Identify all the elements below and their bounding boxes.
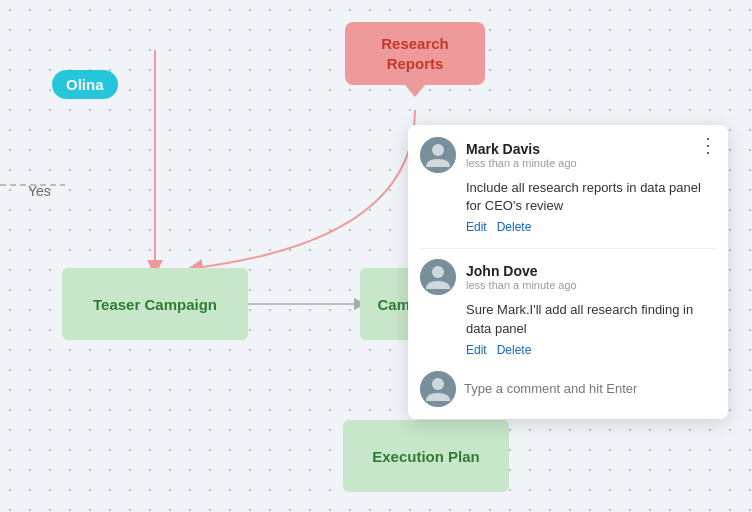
comment-menu-button[interactable]: ⋮ [698,135,718,155]
svg-point-6 [432,266,444,278]
avatar-current-user [420,371,456,407]
comment-author-1: Mark Davis [466,141,577,157]
execution-plan-node[interactable]: Execution Plan [343,420,509,492]
olina-label: Olina [66,76,104,93]
comment-panel: ⋮ Mark Davis less than a minute ago Incl… [408,125,728,419]
comment-text-1: Include all research reports in data pan… [420,179,716,215]
olina-node[interactable]: Olina [52,70,118,99]
avatar-john-dove [420,259,456,295]
canvas: Olina Research Reports Yes Teaser Campai… [0,0,752,512]
comment-meta-1: Mark Davis less than a minute ago [466,141,577,169]
comment-time-1: less than a minute ago [466,157,577,169]
comment-input-row [420,371,716,407]
comment-header-1: Mark Davis less than a minute ago [420,137,716,173]
svg-point-8 [432,378,444,390]
comment-item-2: John Dove less than a minute ago Sure Ma… [420,259,716,356]
comment-actions-2: Edit Delete [420,343,716,357]
delete-button-2[interactable]: Delete [497,343,532,357]
comment-divider [420,248,716,249]
edit-button-2[interactable]: Edit [466,343,487,357]
comment-author-2: John Dove [466,263,577,279]
edit-button-1[interactable]: Edit [466,220,487,234]
comment-item-1: Mark Davis less than a minute ago Includ… [420,137,716,234]
comment-meta-2: John Dove less than a minute ago [466,263,577,291]
comment-time-2: less than a minute ago [466,279,577,291]
teaser-campaign-label: Teaser Campaign [93,296,217,313]
comment-input[interactable] [464,377,716,400]
teaser-campaign-node[interactable]: Teaser Campaign [62,268,248,340]
delete-button-1[interactable]: Delete [497,220,532,234]
comment-actions-1: Edit Delete [420,220,716,234]
comment-header-2: John Dove less than a minute ago [420,259,716,295]
research-reports-label: Research Reports [381,35,449,72]
avatar-mark-davis [420,137,456,173]
execution-plan-label: Execution Plan [372,448,480,465]
research-reports-node[interactable]: Research Reports [345,22,485,85]
comment-text-2: Sure Mark.I'll add all research finding … [420,301,716,337]
yes-label: Yes [28,183,51,199]
svg-point-4 [432,144,444,156]
